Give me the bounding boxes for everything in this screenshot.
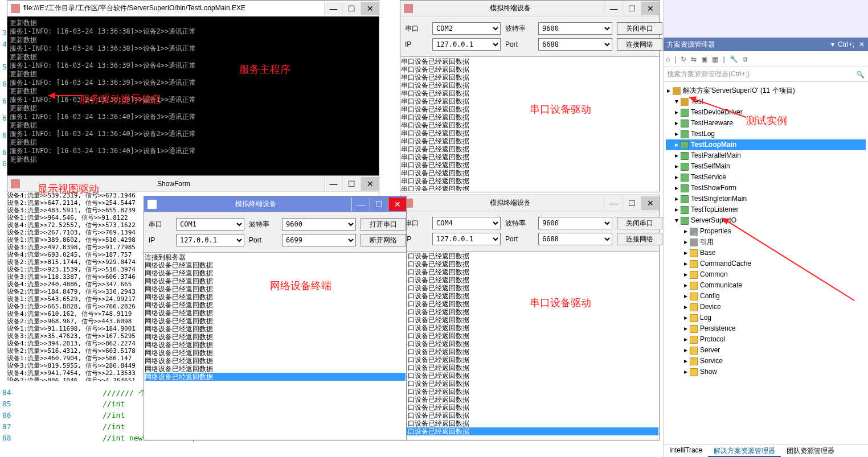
close-button[interactable]: ✕ [641,2,659,15]
solexp-toolbar: ⌂ | ↻ ⇆ ▣ ▦ | 🔧 ⧉ [664,51,868,67]
app-icon [404,4,413,13]
folder-node[interactable]: ▸Server [666,345,866,356]
tab-team-explorer[interactable]: 团队资源管理器 [781,444,840,457]
minimize-button[interactable]: — [324,2,342,15]
minimize-button[interactable]: — [324,177,342,191]
solution-node[interactable]: ▸解决方案'ServerSuperIO' (11 个项目) [666,85,866,96]
tab-solution-explorer[interactable]: 解决方案资源管理器 [708,444,781,457]
com-select[interactable]: COM2 [432,22,501,35]
folder-node[interactable]: ▸Common [666,269,866,280]
minimize-button[interactable]: — [604,196,623,210]
project-node[interactable]: ▸TestParallelMain [666,150,866,161]
project-node[interactable]: ▸TestService [666,172,866,183]
search-placeholder: 搜索方案资源管理器(Ctrl+;) [667,69,750,79]
baud-label: 波特率 [505,219,534,228]
com-select[interactable]: COM4 [432,217,501,229]
sync-icon[interactable]: ⇆ [691,55,697,63]
showform-title: ShowForm [23,180,324,188]
project-node[interactable]: ▾ServerSuperIO [666,215,866,226]
terminal1-log[interactable]: 串口设备已经返回数据串口设备已经返回数据串口设备已经返回数据串口设备已经返回数据… [400,56,659,191]
project-node[interactable]: ▸TestDeviceDriver [666,107,866,118]
console-titlebar[interactable]: file:///E:/工作目录/工作区/平台软件/ServerSuperIO/b… [7,1,379,17]
home-icon[interactable]: ⌂ [666,55,670,63]
terminal1-titlebar[interactable]: 模拟终端设备 — ☐ ✕ [400,1,659,17]
console-title: file:///E:/工作目录/工作区/平台软件/ServerSuperIO/b… [23,3,324,13]
close-button[interactable]: ✕ [361,2,379,15]
folder-node[interactable]: ▸Communicate [666,280,866,291]
serial-label: 串口 [405,219,428,228]
port-select[interactable]: 6688 [538,38,612,51]
solexp-search[interactable]: 搜索方案资源管理器(Ctrl+;) 🔍 [664,67,868,82]
view-icon[interactable]: ⧉ [743,55,748,63]
dropdown-icon[interactable]: ▾ [831,40,834,48]
maximize-button[interactable]: ☐ [342,177,361,191]
net-toggle-button[interactable]: 连接网络 [617,38,662,51]
line-number: 84 [0,388,14,397]
maximize-button[interactable]: ☐ [342,2,361,15]
project-node[interactable]: ▸TestSelfMain [666,161,866,172]
references-node[interactable]: ▸引用 [666,237,866,248]
serial-toggle-button[interactable]: 关闭串口 [617,22,662,35]
properties-icon[interactable]: 🔧 [730,55,738,63]
folder-node[interactable]: ▸Config [666,291,866,302]
collapse-icon[interactable]: ▣ [701,55,707,63]
project-node[interactable]: ▸TestLoopMain [666,139,866,150]
serial-toggle-button[interactable]: 关闭串口 [617,217,662,229]
minimize-button[interactable]: — [604,2,623,15]
project-node[interactable]: ▸TestHareware [666,118,866,129]
close-button[interactable]: ✕ [361,177,379,191]
properties-node[interactable]: ▸🔧Properties [666,226,866,237]
folder-node[interactable]: ▸Protocol [666,334,866,345]
terminal3-titlebar[interactable]: 模拟终端设备 — ☐ ✕ [400,195,659,211]
solexp-tree[interactable]: ▸解决方案'ServerSuperIO' (11 个项目)▾Test▸TestD… [664,82,868,381]
baud-select[interactable]: 9600 [538,217,612,229]
solexp-header[interactable]: 方案资源管理器 ▾ Ctrl+; ✕ [664,38,868,51]
net-toggle-button[interactable]: 连接网络 [617,233,662,245]
close-button[interactable]: ✕ [641,196,659,210]
baud-select[interactable]: 9600 [282,218,356,230]
terminal2-log[interactable]: 连接到服务器网络设备已经返回数据网络设备已经返回数据网络设备已经返回数据网络设备… [144,252,406,439]
folder-node[interactable]: ▸Service [666,356,866,367]
serial-toggle-button[interactable]: 打开串口 [361,218,406,230]
folder-node[interactable]: ▸Base [666,248,866,258]
solexp-footer-tabs[interactable]: IntelliTrace 解决方案资源管理器 团队资源管理器 [664,444,868,457]
folder-node[interactable]: ▸Log [666,312,866,323]
showform-titlebar[interactable]: ShowForm — ☐ ✕ [7,176,379,192]
ip-select[interactable]: 127.0.0.1 [432,233,501,245]
project-node[interactable]: ▾Test [666,96,866,107]
tab-intellitrace[interactable]: IntelliTrace [664,444,708,457]
ip-select[interactable]: 127.0.0.1 [432,38,501,51]
solexp-shortcut: Ctrl+; [838,40,854,48]
solution-explorer: 方案资源管理器 ▾ Ctrl+; ✕ ⌂ | ↻ ⇆ ▣ ▦ | 🔧 ⧉ 搜索方… [663,0,868,457]
minimize-button[interactable]: — [351,197,370,211]
ip-label: IP [405,235,428,243]
close-button[interactable]: ✕ [388,197,406,211]
folder-node[interactable]: ▸CommandCache [666,258,866,269]
ip-select[interactable]: 127.0.0.1 [176,234,244,246]
close-icon[interactable]: ✕ [859,40,865,48]
folder-node[interactable]: ▸Device [666,302,866,312]
maximize-button[interactable]: ☐ [623,2,641,15]
port-select[interactable]: 6699 [282,234,356,246]
project-node[interactable]: ▸TestLog [666,129,866,139]
project-node[interactable]: ▸TestShowForm [666,183,866,193]
folder-node[interactable]: ▸Show [666,367,866,377]
console-output[interactable]: 更新数据服务1-INFO: [16-03-24 13:36:38]>>设备2>>… [7,17,379,176]
maximize-button[interactable]: ☐ [370,197,388,211]
com-select[interactable]: COM1 [176,218,244,230]
folder-node[interactable]: ▸Persistence [666,323,866,334]
project-node[interactable]: ▸TestTcpListener [666,204,866,215]
terminal2-titlebar[interactable]: 模拟终端设备 — ☐ ✕ [144,196,406,212]
baud-select[interactable]: 9600 [538,22,612,35]
port-select[interactable]: 6688 [538,233,612,245]
refresh-icon[interactable]: ↻ [681,55,686,63]
terminal3-log[interactable]: 串口设备已经返回数据串口设备已经返回数据串口设备已经返回数据串口设备已经返回数据… [400,251,659,439]
net-toggle-button[interactable]: 断开网络 [361,234,406,246]
maximize-button[interactable]: ☐ [623,196,641,210]
project-node[interactable]: ▸TestSingletonMain [666,193,866,204]
serial-label: 串口 [149,220,171,229]
app-icon [148,200,157,209]
show-all-icon[interactable]: ▦ [712,55,718,63]
terminal3-title: 模拟终端设备 [416,198,604,208]
search-icon: 🔍 [856,71,865,79]
